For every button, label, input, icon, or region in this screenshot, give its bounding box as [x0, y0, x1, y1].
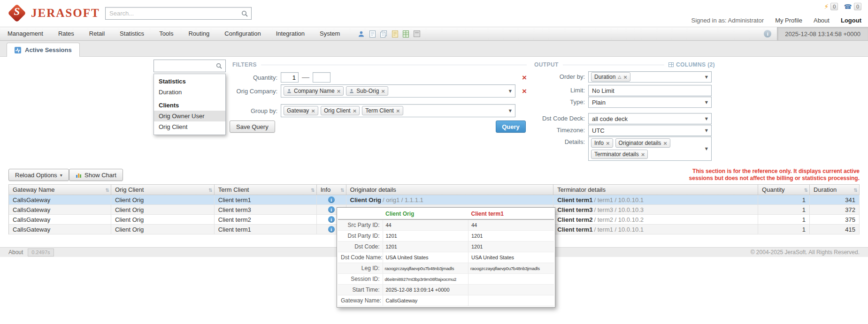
- tag-duration-order[interactable]: Duration △ ×: [591, 72, 630, 82]
- close-icon[interactable]: ×: [396, 108, 400, 114]
- picker-item-orig-client[interactable]: Orig Client: [154, 121, 225, 132]
- document-icon[interactable]: [369, 30, 376, 38]
- documents-copy-icon[interactable]: [380, 30, 387, 38]
- logout-link[interactable]: Logout: [841, 17, 861, 24]
- details-field[interactable]: Info × Originator details × Terminator d…: [588, 136, 712, 161]
- close-icon[interactable]: ×: [381, 88, 385, 94]
- menu-integration[interactable]: Integration: [269, 27, 312, 40]
- table-header: Gateway Name ⇅ Orig Client ⇅ Term Client…: [9, 184, 860, 195]
- popup-header-row: Client Orig Client term1: [338, 209, 554, 219]
- my-profile-link[interactable]: My Profile: [775, 17, 802, 24]
- picker-group-statistics: Statistics: [154, 76, 225, 87]
- picker-search-icon[interactable]: [212, 60, 225, 72]
- tag-info[interactable]: Info ×: [591, 138, 613, 148]
- menu-tools[interactable]: Tools: [152, 27, 181, 40]
- close-icon[interactable]: ×: [337, 88, 341, 94]
- person-icon: [349, 89, 354, 93]
- background-tasks-counter[interactable]: ⚡ 0: [824, 3, 838, 10]
- quantity-from-input[interactable]: [281, 72, 299, 83]
- chevron-down-icon[interactable]: ▼: [705, 75, 708, 79]
- about-link[interactable]: About: [814, 17, 830, 24]
- tab-label: Active Sessions: [25, 46, 72, 53]
- details-label: Details:: [479, 136, 588, 148]
- spreadsheet-icon[interactable]: [403, 30, 409, 38]
- top-bar: S JERASOFT ⚡ 0 ☎ 0 Signed in a: [0, 0, 868, 27]
- table-row[interactable]: CallsGateway Client Orig Client term1 i …: [9, 195, 860, 205]
- header-gateway-name[interactable]: Gateway Name ⇅: [9, 185, 111, 195]
- type-select[interactable]: Plain ▼: [588, 97, 712, 108]
- type-label: Type:: [479, 97, 588, 108]
- close-icon[interactable]: ×: [311, 108, 315, 114]
- notes-icon[interactable]: [392, 30, 398, 38]
- user-icon[interactable]: [358, 30, 365, 38]
- dst-code-deck-select[interactable]: all code deck ▼: [588, 113, 712, 124]
- header-orig-client[interactable]: Orig Client ⇅: [111, 185, 215, 195]
- popup-row-start-time: Start Time: 2025-12-08 13:09:14 +0000: [338, 285, 554, 295]
- sort-icon[interactable]: ⇅: [105, 187, 109, 192]
- menu-management[interactable]: Management: [0, 27, 51, 40]
- tag-sub-orig[interactable]: Sub-Orig ×: [346, 86, 388, 96]
- menu-system[interactable]: System: [312, 27, 347, 40]
- menu-statistics[interactable]: Statistics: [112, 27, 152, 40]
- close-icon[interactable]: ×: [623, 74, 627, 80]
- filter-picker-search: [154, 60, 226, 72]
- active-calls-counter[interactable]: ☎ 0: [844, 3, 861, 10]
- quantity-to-input[interactable]: [313, 72, 330, 83]
- main-menu: Management Rates Retail Statistics Tools…: [0, 27, 868, 41]
- popup-row-dst-code-name: Dst Code Name: USA United States USA Uni…: [338, 252, 554, 263]
- info-icon[interactable]: i: [328, 196, 335, 203]
- tab-active-sessions[interactable]: Active Sessions: [7, 43, 80, 57]
- tag-terminator-details[interactable]: Terminator details ×: [591, 150, 648, 159]
- menu-configuration[interactable]: Configuration: [217, 27, 268, 40]
- tag-originator-details[interactable]: Originator details ×: [615, 138, 670, 148]
- picker-item-orig-owner-user[interactable]: Orig Owner User: [154, 111, 225, 121]
- close-icon[interactable]: ×: [663, 140, 667, 146]
- caret-down-icon: ▾: [60, 173, 62, 178]
- info-icon[interactable]: i: [328, 216, 335, 223]
- menu-routing[interactable]: Routing: [181, 27, 217, 40]
- info-icon[interactable]: i: [328, 226, 335, 233]
- tag-company-name[interactable]: Company Name ×: [284, 86, 344, 96]
- order-by-field[interactable]: Duration △ × ▼: [588, 71, 712, 83]
- close-icon[interactable]: ×: [353, 108, 357, 114]
- chevron-down-icon: ▼: [705, 117, 708, 121]
- output-row-order-by: Order by: Duration △ × ▼: [479, 71, 715, 83]
- header-duration[interactable]: Duration ⇅: [810, 185, 860, 195]
- close-icon[interactable]: ×: [606, 140, 610, 146]
- footer-about-link[interactable]: About: [8, 249, 23, 256]
- sort-icon[interactable]: ⇅: [311, 187, 315, 192]
- header-quantity[interactable]: Quantity ⇅: [758, 185, 810, 195]
- picker-item-duration[interactable]: Duration: [154, 87, 225, 98]
- timezone-select[interactable]: UTC ▼: [588, 125, 712, 136]
- sort-asc-icon[interactable]: △: [618, 75, 621, 79]
- sort-icon[interactable]: ⇅: [854, 187, 858, 192]
- close-icon[interactable]: ×: [641, 151, 645, 158]
- signed-in-as: Signed in as: Administrator: [691, 17, 764, 24]
- tag-orig-client[interactable]: Orig Client ×: [321, 106, 360, 115]
- header-originator-details[interactable]: Originator details: [346, 185, 554, 195]
- search-icon[interactable]: [238, 8, 251, 19]
- tag-gateway[interactable]: Gateway ×: [284, 106, 318, 115]
- limit-input[interactable]: No Limit: [588, 85, 712, 96]
- sort-icon[interactable]: ⇅: [340, 187, 344, 192]
- chevron-down-icon[interactable]: ▼: [705, 147, 708, 151]
- columns-link[interactable]: COLUMNS (2): [668, 61, 715, 68]
- sort-icon[interactable]: ⇅: [208, 187, 212, 192]
- quantity-dash: —: [302, 73, 309, 82]
- menu-rates[interactable]: Rates: [51, 27, 82, 40]
- header-terminator-details[interactable]: Terminator details: [553, 185, 758, 195]
- chevron-down-icon[interactable]: ▼: [509, 109, 512, 113]
- filter-picker-input[interactable]: [154, 62, 212, 69]
- tag-term-client[interactable]: Term Client ×: [362, 106, 403, 115]
- menu-retail[interactable]: Retail: [82, 27, 112, 40]
- header-term-client[interactable]: Term Client ⇅: [215, 185, 317, 195]
- info-icon[interactable]: i: [328, 206, 335, 213]
- show-chart-button[interactable]: Show Chart: [69, 169, 123, 181]
- header-info[interactable]: Info ⇅: [317, 185, 346, 195]
- sort-icon[interactable]: ⇅: [804, 187, 808, 192]
- global-search-input[interactable]: [106, 10, 238, 17]
- save-query-button[interactable]: Save Query: [230, 121, 275, 133]
- archive-icon[interactable]: [414, 30, 420, 37]
- reload-options-button[interactable]: Reload Options ▾: [8, 169, 69, 181]
- help-icon[interactable]: i: [764, 30, 771, 38]
